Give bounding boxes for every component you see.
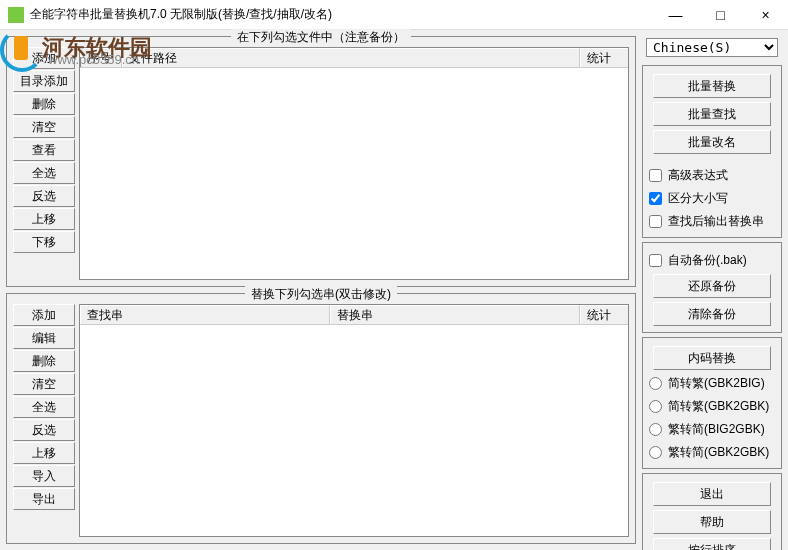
select-all-files-button[interactable]: 全选 (13, 162, 75, 184)
clear-files-button[interactable]: 清空 (13, 116, 75, 138)
files-groupbox: 在下列勾选文件中（注意备份） 添加 目录添加 删除 清空 查看 全选 反选 上移… (6, 36, 636, 287)
files-table-body[interactable] (80, 68, 628, 279)
sort-lines-button[interactable]: 按行排序 (653, 538, 771, 550)
clear-strings-button[interactable]: 清空 (13, 373, 75, 395)
enc-big2gbk-radio[interactable]: 繁转简(BIG2GBK) (647, 420, 777, 439)
enc-gbk2gbk2-radio[interactable]: 繁转简(GBK2GBK) (647, 443, 777, 462)
clear-backup-button[interactable]: 清除备份 (653, 302, 771, 326)
maximize-button[interactable]: □ (698, 0, 743, 30)
titlebar: 全能字符串批量替换机7.0 无限制版(替换/查找/抽取/改名) — □ × (0, 0, 788, 30)
output-after-find-checkbox[interactable]: 查找后输出替换串 (647, 212, 777, 231)
strings-table-body[interactable] (80, 325, 628, 536)
col-replace[interactable]: 替换串 (330, 305, 580, 324)
move-up-file-button[interactable]: 上移 (13, 208, 75, 230)
strings-table[interactable]: 查找串 替换串 统计 (79, 304, 629, 537)
minimize-button[interactable]: — (653, 0, 698, 30)
move-down-file-button[interactable]: 下移 (13, 231, 75, 253)
col-search[interactable]: 查找串 (80, 305, 330, 324)
backup-group: 自动备份(.bak) 还原备份 清除备份 (642, 242, 782, 333)
enc-gbk2big-radio[interactable]: 简转繁(GBK2BIG) (647, 374, 777, 393)
help-button[interactable]: 帮助 (653, 510, 771, 534)
batch-group: 批量替换 批量查找 批量改名 高级表达式 区分大小写 查找后输出替换串 (642, 65, 782, 238)
invert-strings-button[interactable]: 反选 (13, 419, 75, 441)
exit-button[interactable]: 退出 (653, 482, 771, 506)
edit-string-button[interactable]: 编辑 (13, 327, 75, 349)
export-button[interactable]: 导出 (13, 488, 75, 510)
col-stats[interactable]: 统计 (580, 48, 628, 67)
batch-find-button[interactable]: 批量查找 (653, 102, 771, 126)
delete-file-button[interactable]: 删除 (13, 93, 75, 115)
strings-button-column: 添加 编辑 删除 清空 全选 反选 上移 导入 导出 (13, 304, 75, 537)
app-icon (8, 7, 24, 23)
encoding-group: 内码替换 简转繁(GBK2BIG) 简转繁(GBK2GBK) 繁转简(BIG2G… (642, 337, 782, 469)
delete-string-button[interactable]: 删除 (13, 350, 75, 372)
select-all-strings-button[interactable]: 全选 (13, 396, 75, 418)
case-sensitive-checkbox[interactable]: 区分大小写 (647, 189, 777, 208)
footer-group: 退出 帮助 按行排序 (642, 473, 782, 550)
encoding-replace-button[interactable]: 内码替换 (653, 346, 771, 370)
files-group-title: 在下列勾选文件中（注意备份） (231, 29, 411, 46)
batch-replace-button[interactable]: 批量替换 (653, 74, 771, 98)
strings-group-title: 替换下列勾选串(双击修改) (245, 286, 397, 303)
files-table[interactable]: 序号 文件路径 统计 (79, 47, 629, 280)
language-select[interactable]: Chinese(S) (646, 38, 778, 57)
window-title: 全能字符串批量替换机7.0 无限制版(替换/查找/抽取/改名) (30, 6, 653, 23)
strings-groupbox: 替换下列勾选串(双击修改) 添加 编辑 删除 清空 全选 反选 上移 导入 导出… (6, 293, 636, 544)
restore-backup-button[interactable]: 还原备份 (653, 274, 771, 298)
advanced-expr-checkbox[interactable]: 高级表达式 (647, 166, 777, 185)
invert-files-button[interactable]: 反选 (13, 185, 75, 207)
import-button[interactable]: 导入 (13, 465, 75, 487)
move-up-string-button[interactable]: 上移 (13, 442, 75, 464)
col-index[interactable]: 序号 (80, 48, 122, 67)
batch-rename-button[interactable]: 批量改名 (653, 130, 771, 154)
add-string-button[interactable]: 添加 (13, 304, 75, 326)
view-file-button[interactable]: 查看 (13, 139, 75, 161)
col-stats2[interactable]: 统计 (580, 305, 628, 324)
close-button[interactable]: × (743, 0, 788, 30)
enc-gbk2gbk-radio[interactable]: 简转繁(GBK2GBK) (647, 397, 777, 416)
auto-backup-checkbox[interactable]: 自动备份(.bak) (647, 251, 777, 270)
add-dir-button[interactable]: 目录添加 (13, 70, 75, 92)
add-file-button[interactable]: 添加 (13, 47, 75, 69)
files-button-column: 添加 目录添加 删除 清空 查看 全选 反选 上移 下移 (13, 47, 75, 280)
col-filepath[interactable]: 文件路径 (122, 48, 580, 67)
